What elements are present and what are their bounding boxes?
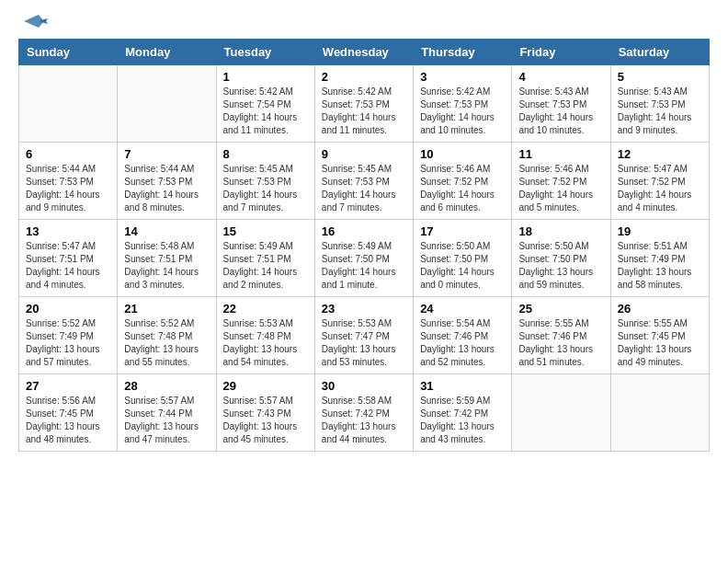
day-info: Sunrise: 5:42 AM Sunset: 7:53 PM Dayligh… <box>322 86 406 137</box>
calendar-cell: 9Sunrise: 5:45 AM Sunset: 7:53 PM Daylig… <box>314 143 413 220</box>
day-info: Sunrise: 5:45 AM Sunset: 7:53 PM Dayligh… <box>223 163 308 214</box>
day-number: 22 <box>223 302 308 316</box>
day-of-week-header: Sunday <box>19 40 118 65</box>
calendar-table: SundayMondayTuesdayWednesdayThursdayFrid… <box>18 39 710 452</box>
day-number: 26 <box>618 302 702 316</box>
day-info: Sunrise: 5:55 AM Sunset: 7:45 PM Dayligh… <box>618 317 702 369</box>
calendar-cell: 2Sunrise: 5:42 AM Sunset: 7:53 PM Daylig… <box>314 65 413 143</box>
day-info: Sunrise: 5:50 AM Sunset: 7:50 PM Dayligh… <box>518 240 603 292</box>
day-info: Sunrise: 5:58 AM Sunset: 7:42 PM Dayligh… <box>322 395 406 446</box>
calendar-cell <box>118 65 216 143</box>
day-info: Sunrise: 5:53 AM Sunset: 7:47 PM Dayligh… <box>322 317 406 369</box>
day-number: 11 <box>518 147 603 161</box>
day-number: 9 <box>322 147 406 161</box>
day-number: 7 <box>124 147 209 161</box>
calendar-cell: 27Sunrise: 5:56 AM Sunset: 7:45 PM Dayli… <box>19 374 118 452</box>
day-info: Sunrise: 5:47 AM Sunset: 7:52 PM Dayligh… <box>618 163 702 214</box>
calendar-cell: 12Sunrise: 5:47 AM Sunset: 7:52 PM Dayli… <box>610 143 709 220</box>
day-number: 12 <box>618 147 702 161</box>
calendar-cell: 16Sunrise: 5:49 AM Sunset: 7:50 PM Dayli… <box>314 220 413 297</box>
day-of-week-header: Saturday <box>610 40 709 65</box>
day-of-week-header: Friday <box>512 40 610 65</box>
day-info: Sunrise: 5:57 AM Sunset: 7:43 PM Dayligh… <box>223 395 308 446</box>
day-info: Sunrise: 5:49 AM Sunset: 7:51 PM Dayligh… <box>223 240 308 292</box>
day-info: Sunrise: 5:49 AM Sunset: 7:50 PM Dayligh… <box>322 240 406 292</box>
calendar-cell: 24Sunrise: 5:54 AM Sunset: 7:46 PM Dayli… <box>414 297 512 374</box>
day-number: 29 <box>223 379 308 393</box>
day-number: 21 <box>124 302 209 316</box>
day-number: 17 <box>420 224 505 238</box>
page-header <box>18 18 710 29</box>
day-number: 18 <box>518 224 603 238</box>
calendar-cell: 19Sunrise: 5:51 AM Sunset: 7:49 PM Dayli… <box>610 220 709 297</box>
calendar-cell: 20Sunrise: 5:52 AM Sunset: 7:49 PM Dayli… <box>19 297 118 374</box>
day-info: Sunrise: 5:51 AM Sunset: 7:49 PM Dayligh… <box>618 240 702 292</box>
calendar-cell <box>19 65 118 143</box>
day-number: 5 <box>618 70 702 84</box>
day-of-week-header: Wednesday <box>314 40 413 65</box>
day-info: Sunrise: 5:43 AM Sunset: 7:53 PM Dayligh… <box>518 86 603 137</box>
day-number: 19 <box>618 224 702 238</box>
day-number: 13 <box>26 224 110 238</box>
day-number: 1 <box>223 70 308 84</box>
calendar-cell: 17Sunrise: 5:50 AM Sunset: 7:50 PM Dayli… <box>414 220 512 297</box>
calendar-cell: 11Sunrise: 5:46 AM Sunset: 7:52 PM Dayli… <box>512 143 610 220</box>
calendar-cell: 25Sunrise: 5:55 AM Sunset: 7:46 PM Dayli… <box>512 297 610 374</box>
calendar-cell: 31Sunrise: 5:59 AM Sunset: 7:42 PM Dayli… <box>414 374 512 452</box>
day-info: Sunrise: 5:53 AM Sunset: 7:48 PM Dayligh… <box>223 317 308 369</box>
calendar-cell: 13Sunrise: 5:47 AM Sunset: 7:51 PM Dayli… <box>19 220 118 297</box>
calendar-cell: 3Sunrise: 5:42 AM Sunset: 7:53 PM Daylig… <box>414 65 512 143</box>
week-row: 27Sunrise: 5:56 AM Sunset: 7:45 PM Dayli… <box>19 374 710 452</box>
calendar-cell: 29Sunrise: 5:57 AM Sunset: 7:43 PM Dayli… <box>216 374 314 452</box>
calendar-cell: 22Sunrise: 5:53 AM Sunset: 7:48 PM Dayli… <box>216 297 314 374</box>
day-number: 20 <box>26 302 110 316</box>
day-of-week-header: Monday <box>118 40 216 65</box>
calendar-cell: 1Sunrise: 5:42 AM Sunset: 7:54 PM Daylig… <box>216 65 314 143</box>
day-number: 31 <box>420 379 505 393</box>
calendar-cell <box>512 374 610 452</box>
day-info: Sunrise: 5:46 AM Sunset: 7:52 PM Dayligh… <box>518 163 603 214</box>
day-info: Sunrise: 5:46 AM Sunset: 7:52 PM Dayligh… <box>420 163 505 214</box>
day-info: Sunrise: 5:43 AM Sunset: 7:53 PM Dayligh… <box>618 86 702 137</box>
day-info: Sunrise: 5:44 AM Sunset: 7:53 PM Dayligh… <box>26 163 110 214</box>
calendar-cell <box>610 374 709 452</box>
calendar-cell: 7Sunrise: 5:44 AM Sunset: 7:53 PM Daylig… <box>118 143 216 220</box>
day-number: 6 <box>26 147 110 161</box>
day-info: Sunrise: 5:47 AM Sunset: 7:51 PM Dayligh… <box>26 240 110 292</box>
calendar-cell: 14Sunrise: 5:48 AM Sunset: 7:51 PM Dayli… <box>118 220 216 297</box>
day-number: 16 <box>322 224 406 238</box>
day-number: 28 <box>124 379 209 393</box>
week-row: 13Sunrise: 5:47 AM Sunset: 7:51 PM Dayli… <box>19 220 710 297</box>
day-of-week-header: Thursday <box>414 40 512 65</box>
calendar-cell: 28Sunrise: 5:57 AM Sunset: 7:44 PM Dayli… <box>118 374 216 452</box>
calendar-cell: 8Sunrise: 5:45 AM Sunset: 7:53 PM Daylig… <box>216 143 314 220</box>
calendar-cell: 23Sunrise: 5:53 AM Sunset: 7:47 PM Dayli… <box>314 297 413 374</box>
day-info: Sunrise: 5:52 AM Sunset: 7:48 PM Dayligh… <box>124 317 209 369</box>
calendar-cell: 5Sunrise: 5:43 AM Sunset: 7:53 PM Daylig… <box>610 65 709 143</box>
day-number: 23 <box>322 302 406 316</box>
day-number: 3 <box>420 70 505 84</box>
calendar-cell: 26Sunrise: 5:55 AM Sunset: 7:45 PM Dayli… <box>610 297 709 374</box>
day-info: Sunrise: 5:59 AM Sunset: 7:42 PM Dayligh… <box>420 395 505 446</box>
day-of-week-header: Tuesday <box>216 40 314 65</box>
day-info: Sunrise: 5:45 AM Sunset: 7:53 PM Dayligh… <box>322 163 406 214</box>
week-row: 20Sunrise: 5:52 AM Sunset: 7:49 PM Dayli… <box>19 297 710 374</box>
logo <box>18 18 48 29</box>
calendar-cell: 15Sunrise: 5:49 AM Sunset: 7:51 PM Dayli… <box>216 220 314 297</box>
calendar-cell: 4Sunrise: 5:43 AM Sunset: 7:53 PM Daylig… <box>512 65 610 143</box>
calendar-header-row: SundayMondayTuesdayWednesdayThursdayFrid… <box>19 40 710 65</box>
day-number: 8 <box>223 147 308 161</box>
day-info: Sunrise: 5:42 AM Sunset: 7:53 PM Dayligh… <box>420 86 505 137</box>
week-row: 6Sunrise: 5:44 AM Sunset: 7:53 PM Daylig… <box>19 143 710 220</box>
day-number: 15 <box>223 224 308 238</box>
calendar-cell: 30Sunrise: 5:58 AM Sunset: 7:42 PM Dayli… <box>314 374 413 452</box>
day-info: Sunrise: 5:56 AM Sunset: 7:45 PM Dayligh… <box>26 395 110 446</box>
day-info: Sunrise: 5:57 AM Sunset: 7:44 PM Dayligh… <box>124 395 209 446</box>
day-number: 27 <box>26 379 110 393</box>
week-row: 1Sunrise: 5:42 AM Sunset: 7:54 PM Daylig… <box>19 65 710 143</box>
day-info: Sunrise: 5:42 AM Sunset: 7:54 PM Dayligh… <box>223 86 308 137</box>
logo-plane-icon <box>22 13 48 29</box>
day-number: 14 <box>124 224 209 238</box>
day-number: 2 <box>322 70 406 84</box>
calendar-cell: 10Sunrise: 5:46 AM Sunset: 7:52 PM Dayli… <box>414 143 512 220</box>
